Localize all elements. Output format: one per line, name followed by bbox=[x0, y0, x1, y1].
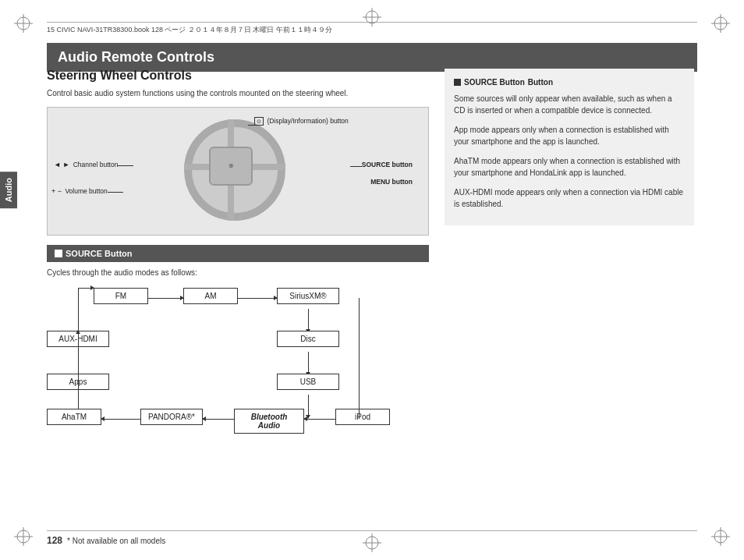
corner-mark-br bbox=[711, 527, 730, 546]
page-title: Audio Remote Controls bbox=[58, 49, 686, 66]
right-square-icon bbox=[454, 79, 461, 86]
right-para-3: AhaTM mode appears only when a connectio… bbox=[454, 155, 685, 179]
callout-channel: ◄ ► Channel button bbox=[54, 161, 118, 168]
left-side-path bbox=[47, 288, 94, 409]
arrow-pandora-aha bbox=[101, 419, 140, 420]
left-column: Steering Wheel Controls Control basic au… bbox=[47, 69, 429, 424]
flow-box-usb: USB bbox=[277, 374, 339, 390]
flow-box-bluetooth: Bluetooth Audio bbox=[234, 409, 304, 434]
arrow-fm-am bbox=[148, 298, 183, 299]
callout-volume: + − Volume button bbox=[51, 187, 108, 195]
flow-box-pandora: PANDORA®* bbox=[140, 409, 203, 425]
main-content: Steering Wheel Controls Control basic au… bbox=[47, 69, 697, 521]
arrow-usb-ipod bbox=[308, 395, 309, 418]
flow-box-sirius: SiriusXM® bbox=[277, 288, 339, 304]
arrow-am-sirius bbox=[238, 298, 277, 299]
section-title: Steering Wheel Controls bbox=[47, 69, 429, 83]
source-header-label: SOURCE Button bbox=[66, 249, 133, 258]
right-source-header: SOURCE Button Button bbox=[454, 76, 685, 88]
right-side-path bbox=[339, 298, 386, 419]
flow-box-aha: AhaTM bbox=[47, 409, 101, 425]
corner-mark-tl bbox=[14, 14, 33, 33]
top-center-mark bbox=[363, 8, 381, 27]
flow-diagram: FM AM SiriusXM® AUX-HDM bbox=[47, 288, 406, 424]
callout-source: SOURCE button bbox=[362, 161, 413, 168]
steering-wheel-image: ⊕ ⊙ (Display/Information) button ◄ ► Cha… bbox=[47, 107, 429, 236]
arrow-sirius-disc bbox=[308, 309, 309, 332]
footnote: * Not available on all models bbox=[67, 537, 165, 545]
page-number: 128 bbox=[47, 535, 62, 546]
corner-mark-tr bbox=[711, 14, 730, 33]
flow-box-fm: FM bbox=[94, 288, 148, 304]
right-column: SOURCE Button Button Some sources will o… bbox=[445, 69, 694, 225]
side-audio-tab: Audio bbox=[0, 172, 17, 208]
right-header-label: SOURCE Button bbox=[464, 76, 525, 88]
corner-mark-bl bbox=[14, 527, 33, 546]
arrow-disc-usb bbox=[308, 352, 309, 375]
intro-text: Control basic audio system functions usi… bbox=[47, 87, 429, 99]
arrow-to-fm bbox=[90, 285, 94, 290]
right-para-4: AUX-HDMI mode appears only when a connec… bbox=[454, 186, 685, 210]
flow-box-am: AM bbox=[183, 288, 238, 304]
flow-box-disc: Disc bbox=[277, 331, 339, 347]
cycles-text: Cycles through the audio modes as follow… bbox=[47, 268, 429, 277]
title-bar: Audio Remote Controls bbox=[47, 43, 697, 72]
arrow-ipod-bluetooth bbox=[304, 419, 335, 420]
source-section: SOURCE Button Cycles through the audio m… bbox=[47, 245, 429, 424]
arrow-bluetooth-pandora bbox=[203, 419, 234, 420]
bottom-center-mark bbox=[363, 533, 381, 552]
right-para-2: App mode appears only when a connection … bbox=[454, 124, 685, 147]
source-square-icon bbox=[55, 250, 62, 257]
right-para-1: Some sources will only appear when avail… bbox=[454, 93, 685, 116]
source-header: SOURCE Button bbox=[47, 245, 429, 262]
callout-menu: MENU button bbox=[370, 178, 413, 186]
callout-display: ⊙ (Display/Information) button bbox=[254, 117, 349, 125]
